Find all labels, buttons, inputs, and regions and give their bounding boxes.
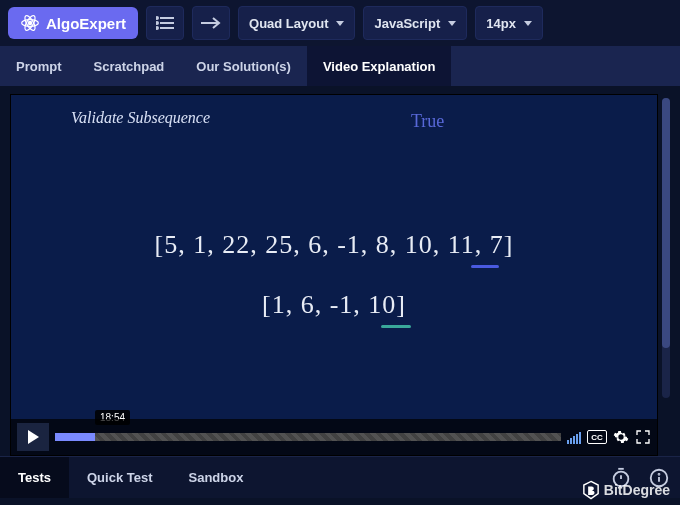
svg-point-0: [28, 21, 31, 24]
progress-fill: [55, 433, 95, 441]
fontsize-label: 14px: [486, 16, 516, 31]
video-title: Validate Subsequence: [71, 109, 210, 127]
scrollbar[interactable]: [662, 98, 670, 398]
handwriting-array-main: [5, 1, 22, 25, 6, -1, 8, 10, 11, 7]: [11, 230, 657, 260]
chevron-down-icon: [448, 21, 456, 26]
list-toggle-button[interactable]: [146, 6, 184, 40]
play-button[interactable]: [17, 423, 49, 451]
tab-label: Prompt: [16, 59, 62, 74]
forward-button[interactable]: [192, 6, 230, 40]
fullscreen-icon[interactable]: [635, 429, 651, 445]
play-icon: [28, 430, 39, 444]
chevron-down-icon: [524, 21, 532, 26]
top-toolbar: AlgoExpert Quad Layout JavaScript 14px: [0, 0, 680, 46]
settings-icon[interactable]: [613, 429, 629, 445]
video-controls: CC: [11, 419, 657, 455]
bottom-tab-tests[interactable]: Tests: [0, 457, 69, 498]
tab-label: Quick Test: [87, 470, 153, 485]
annotation-true: True: [411, 111, 444, 132]
bottom-tab-quick-test[interactable]: Quick Test: [69, 457, 171, 498]
svg-point-16: [659, 473, 660, 474]
video-panel: Validate Subsequence True [5, 1, 22, 25,…: [0, 86, 680, 456]
captions-button[interactable]: CC: [587, 430, 607, 444]
bitdegree-icon: [582, 480, 600, 500]
underline-mark: [471, 265, 499, 268]
video-frame[interactable]: Validate Subsequence True [5, 1, 22, 25,…: [10, 94, 658, 456]
fontsize-dropdown[interactable]: 14px: [475, 6, 543, 40]
handwriting-array-sub: [1, 6, -1, 10]: [11, 290, 657, 320]
tab-video-explanation[interactable]: Video Explanation: [307, 46, 451, 86]
brand-text: AlgoExpert: [46, 15, 126, 32]
svg-point-7: [156, 17, 158, 19]
tab-label: Tests: [18, 470, 51, 485]
tab-label: Scratchpad: [94, 59, 165, 74]
atom-icon: [20, 13, 40, 33]
list-icon: [156, 16, 174, 30]
bottom-tabbar: Tests Quick Test Sandbox: [0, 456, 680, 498]
chevron-down-icon: [336, 21, 344, 26]
tab-our-solutions[interactable]: Our Solution(s): [180, 46, 307, 86]
tab-scratchpad[interactable]: Scratchpad: [78, 46, 181, 86]
scrollbar-thumb[interactable]: [662, 98, 670, 348]
progress-bar[interactable]: [55, 433, 561, 441]
cc-label: CC: [591, 433, 603, 442]
svg-point-9: [156, 27, 158, 29]
main-tabbar: Prompt Scratchpad Our Solution(s) Video …: [0, 46, 680, 86]
layout-label: Quad Layout: [249, 16, 328, 31]
layout-dropdown[interactable]: Quad Layout: [238, 6, 355, 40]
volume-control[interactable]: [567, 430, 581, 444]
watermark: BitDegree: [582, 480, 670, 500]
language-dropdown[interactable]: JavaScript: [363, 6, 467, 40]
underline-mark: [381, 325, 411, 328]
tab-label: Video Explanation: [323, 59, 435, 74]
svg-point-8: [156, 22, 158, 24]
tab-prompt[interactable]: Prompt: [0, 46, 78, 86]
arrow-right-icon: [201, 17, 221, 29]
language-label: JavaScript: [374, 16, 440, 31]
tab-label: Sandbox: [189, 470, 244, 485]
brand-logo[interactable]: AlgoExpert: [8, 7, 138, 39]
bottom-tab-sandbox[interactable]: Sandbox: [171, 457, 262, 498]
watermark-text: BitDegree: [604, 482, 670, 498]
tab-label: Our Solution(s): [196, 59, 291, 74]
